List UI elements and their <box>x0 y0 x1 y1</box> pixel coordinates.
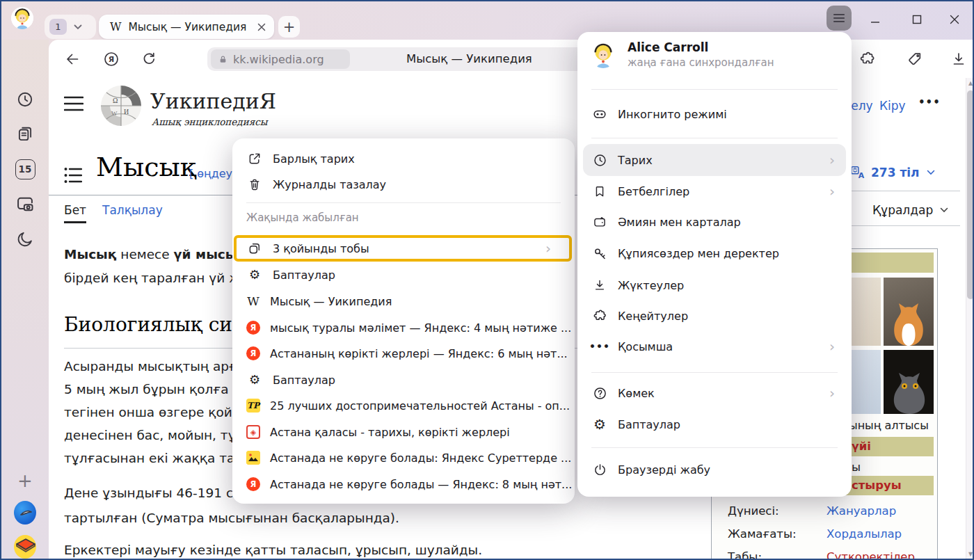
chevron-down-icon[interactable] <box>74 24 82 30</box>
account-more-icon[interactable]: ••• <box>918 96 941 109</box>
scroll-down-icon[interactable]: ▼ <box>966 551 974 557</box>
infobox-mid-text: ы <box>852 461 861 474</box>
tab-talk[interactable]: Талқылау <box>102 203 163 217</box>
url-chip[interactable]: kk.wikipedia.org <box>211 49 350 69</box>
menu-item-passwords[interactable]: Құпиясөздер мен деректер <box>591 241 835 266</box>
active-tab[interactable]: W Мысық — Уикипедия <box>99 15 274 39</box>
history-item[interactable]: Я мысық туралы мәлімет — Яндекс: 4 мың н… <box>246 315 561 340</box>
history-item[interactable]: Астанада не көруге болады: Яндекс Суретт… <box>246 445 561 470</box>
wallet-icon <box>591 214 608 230</box>
menu-item-close-browser[interactable]: Браузерді жабу <box>591 457 835 482</box>
tab-group-pill[interactable]: 1 <box>45 15 96 39</box>
menu-divider <box>246 202 561 203</box>
maximize-button[interactable] <box>910 13 924 26</box>
menu-divider <box>591 372 838 373</box>
wikipedia-favicon: W <box>246 294 260 308</box>
download-icon <box>591 277 608 294</box>
menu-item-help[interactable]: Көмек › <box>591 381 835 406</box>
paragraph-2-line-3: тегінен онша өзгере қойма <box>64 405 250 419</box>
lock-icon <box>218 54 227 65</box>
paragraph-2-line-5: тұлғасынан екі жаққа тарб <box>64 451 250 465</box>
infobox-bar-2-text[interactable]: стыруы <box>852 479 902 492</box>
menu-divider <box>591 138 838 138</box>
sidebar: 15 + ••• <box>1 40 49 560</box>
history-icon[interactable] <box>14 88 36 111</box>
recently-closed-header: Жақында жабылған <box>246 211 359 224</box>
key-icon <box>591 245 608 262</box>
menu-item-tab-group[interactable]: 3 қойынды тобы › <box>246 236 561 261</box>
toc-icon[interactable] <box>64 167 82 184</box>
diamond-favicon: ◈ <box>246 425 260 439</box>
menu-item-settings[interactable]: ⚙ Баптаулар <box>591 412 835 437</box>
paragraph-4: Еркектері мауығу кезінде қатты таласып, … <box>64 543 482 557</box>
profile-avatar[interactable] <box>11 7 33 29</box>
cat-photo-grey[interactable] <box>884 350 934 414</box>
minimize-button[interactable] <box>868 13 882 26</box>
history-item[interactable]: ⚙ Баптаулар <box>246 367 561 392</box>
menu-item-more[interactable]: ••• Қосымша › <box>591 334 835 359</box>
calendar-badge[interactable]: 15 <box>14 158 36 180</box>
notes-icon[interactable] <box>14 123 36 145</box>
tab-close-icon[interactable] <box>257 23 266 31</box>
menu-item-bookmarks[interactable]: Бетбелгілер › <box>591 179 835 204</box>
gear-icon: ⚙ <box>246 371 263 388</box>
history-item[interactable]: W Мысық — Уикипедия <box>246 289 561 314</box>
chevron-right-icon: › <box>829 386 835 400</box>
menu-divider <box>591 447 838 448</box>
paragraph-2-line-2: 5 мың жыл бұрын қолға үй <box>64 382 248 397</box>
menu-item-clear-journal[interactable]: Журналды тазалау <box>246 172 561 197</box>
menu-item-history[interactable]: Тарих › <box>591 147 835 173</box>
svg-text:Ω: Ω <box>113 97 118 104</box>
history-item[interactable]: Я Астананың көрікті жерлері — Яндекс: 6 … <box>246 341 561 366</box>
scrollbar-thumb[interactable] <box>967 90 974 299</box>
history-item[interactable]: ⚙ Баптаулар <box>246 262 561 287</box>
yandex-mail-icon[interactable] <box>14 536 36 558</box>
menu-item-wallet[interactable]: Әмиян мен карталар <box>591 209 835 234</box>
tab-count-badge: 1 <box>49 19 67 35</box>
infobox-row-value[interactable]: Хордалылар <box>827 527 902 541</box>
profile-row[interactable]: Alice Carroll жаңа ғана синхрондалған <box>590 40 835 69</box>
back-icon[interactable] <box>64 51 81 67</box>
wiki-hamburger-icon[interactable] <box>64 96 83 111</box>
sidebar-add-icon[interactable]: + <box>14 470 36 492</box>
new-tab-button[interactable]: + <box>278 16 300 38</box>
profile-avatar <box>590 42 616 68</box>
more-dots-icon: ••• <box>591 338 608 355</box>
scroll-up-icon[interactable]: ▲ <box>966 80 974 86</box>
chevron-right-icon: › <box>829 339 835 353</box>
dark-mode-moon-icon[interactable] <box>14 227 36 250</box>
yandex-search-icon[interactable]: Я <box>103 51 120 67</box>
infobox-row-value[interactable]: Жануарлар <box>827 504 896 518</box>
downloads-icon[interactable] <box>950 51 967 67</box>
cat-photo-orange-white[interactable] <box>884 278 934 346</box>
yandex-disk-icon[interactable] <box>14 502 36 524</box>
login-link[interactable]: Кіру <box>879 99 906 113</box>
browser-menu-button[interactable] <box>827 6 852 31</box>
clock-icon <box>591 152 608 168</box>
section-heading: Биологиялық сип <box>64 313 246 336</box>
screenshot-icon[interactable] <box>14 193 36 215</box>
menu-item-all-history[interactable]: Барлық тарих <box>246 146 561 171</box>
wikipedia-globe-logo[interactable]: ΩИW <box>99 83 143 128</box>
history-item[interactable]: Я Астанада не көруге болады — Яндекс: 8 … <box>246 472 561 497</box>
close-button[interactable] <box>948 13 961 26</box>
refresh-icon[interactable] <box>141 51 157 67</box>
menu-item-incognito[interactable]: Инкогнито режимі <box>591 102 835 127</box>
extensions-puzzle-icon[interactable] <box>859 51 876 67</box>
trash-icon <box>246 176 263 193</box>
languages-button[interactable]: A 273 тіл <box>850 166 935 179</box>
tools-button[interactable]: Құралдар <box>872 203 948 217</box>
infobox-row-value-redlink[interactable]: Сүтқоректілер <box>827 550 915 560</box>
yandex-favicon: Я <box>246 477 260 491</box>
menu-item-extensions[interactable]: Кеңейтулер <box>591 303 835 328</box>
browser-window: 1 W Мысық — Уикипедия + 15 + ••• <box>0 0 974 560</box>
collections-tag-icon[interactable] <box>907 51 923 67</box>
infobox-bar-1-text[interactable]: үйі <box>852 440 871 453</box>
yandex-favicon: Я <box>246 321 260 335</box>
history-item[interactable]: TP 25 лучших достопримечательностей Аста… <box>246 393 561 418</box>
svg-text:Я: Я <box>109 55 114 64</box>
tab-page[interactable]: Бет <box>64 203 86 223</box>
wikipedia-wordmark[interactable]: УикипедиЯ <box>150 89 276 113</box>
menu-item-downloads[interactable]: Жүктеулер <box>591 273 835 298</box>
history-item[interactable]: ◈ Астана қаласы - тарихы, көрікті жерлер… <box>246 419 561 445</box>
